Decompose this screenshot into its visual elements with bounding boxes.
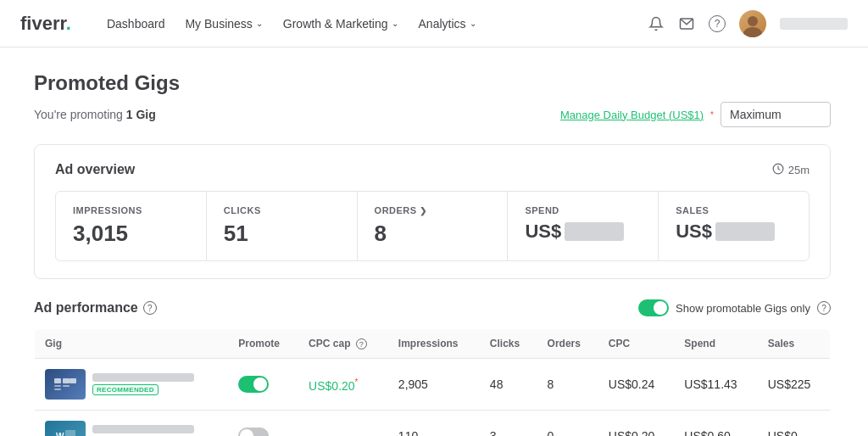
promotable-toggle[interactable]	[638, 299, 669, 316]
spend-cell: US$0.60	[674, 411, 757, 436]
blurred-amount	[565, 222, 624, 241]
section-header: Ad performance ? Show promotable Gigs on…	[34, 299, 831, 316]
stat-impressions: IMPRESSIONS 3,015	[56, 192, 207, 260]
cpc-cap-help-icon[interactable]: ?	[356, 338, 367, 349]
th-impressions: Impressions	[388, 329, 480, 359]
stat-value: 8	[375, 221, 491, 247]
stat-value-blurred: US$	[525, 221, 641, 243]
promote-cell	[228, 359, 298, 411]
stat-label: CLICKS	[224, 205, 340, 215]
cpc-cell: US$0.20	[598, 411, 675, 436]
stat-value: 3,015	[73, 221, 189, 247]
subtitle: You're promoting 1 Gig	[34, 108, 156, 121]
sales-cell: US$0	[758, 411, 831, 436]
chevron-down-icon: ⌄	[470, 19, 476, 28]
svg-rect-8	[63, 378, 70, 383]
gig-name-blur	[92, 425, 194, 433]
username-display	[780, 18, 848, 30]
svg-rect-13	[65, 430, 75, 436]
nav-link-dashboard[interactable]: Dashboard	[98, 12, 174, 36]
gig-name-blur	[92, 373, 194, 382]
th-cpc: CPC	[598, 329, 675, 359]
table-row: W RECOMMENDED -	[35, 411, 831, 436]
impressions-cell: 2,905	[388, 359, 480, 411]
svg-rect-7	[54, 388, 61, 390]
main-content: Promoted Gigs You're promoting 1 Gig Man…	[0, 48, 865, 436]
toggle-label: Show promotable Gigs only	[676, 302, 810, 315]
nav-right: ?	[648, 10, 848, 37]
svg-rect-5	[54, 378, 61, 383]
logo[interactable]: fiverr.	[20, 13, 71, 35]
navbar: fiverr. Dashboard My Business ⌄ Growth &…	[0, 0, 868, 48]
nav-link-analytics[interactable]: Analytics ⌄	[410, 12, 485, 36]
section-title: Ad performance ?	[34, 300, 157, 316]
stat-orders: ORDERS ❯ 8	[358, 192, 509, 260]
svg-text:W: W	[56, 432, 64, 436]
cpc-cap-cell: US$0.20*	[298, 359, 388, 411]
avatar[interactable]	[739, 10, 766, 37]
ad-overview-card: Ad overview 25m IMPRESSIONS 3,015 CLICKS…	[34, 144, 831, 279]
nav-link-mybusiness[interactable]: My Business ⌄	[176, 12, 270, 36]
svg-point-2	[743, 27, 762, 37]
impressions-cell: 110	[388, 411, 480, 436]
arrow-right-icon: ❯	[420, 206, 427, 215]
promote-toggle-on[interactable]	[238, 376, 269, 393]
cpc-cell: US$0.24	[598, 359, 675, 411]
table-row: RECOMMENDED US$0.20* 2,905 48 8	[35, 359, 831, 411]
cpc-cap-cell: -	[298, 411, 388, 436]
stat-label: IMPRESSIONS	[73, 205, 189, 215]
bell-icon[interactable]	[648, 15, 665, 32]
manage-budget-link[interactable]: Manage Daily Budget (US$1)	[560, 109, 704, 121]
svg-rect-9	[63, 385, 70, 387]
th-sales: Sales	[758, 329, 831, 359]
timer-value: 25m	[788, 164, 810, 176]
timer-display: 25m	[772, 163, 810, 177]
th-promote: Promote	[228, 329, 298, 359]
toggle-help-icon[interactable]: ?	[817, 301, 831, 315]
gig-thumbnail	[45, 369, 86, 400]
performance-table: Gig Promote CPC cap ? Impressions Clicks…	[34, 328, 831, 436]
stat-value: 51	[224, 221, 340, 247]
blurred-amount	[715, 222, 775, 241]
mail-icon[interactable]	[678, 15, 695, 32]
recommended-badge: RECOMMENDED	[92, 384, 159, 395]
card-header: Ad overview 25m	[55, 162, 810, 177]
page-title: Promoted Gigs	[34, 71, 831, 95]
gig-thumbnail: W	[45, 421, 86, 436]
spend-cell: US$11.43	[674, 359, 757, 411]
cpc-cap-link[interactable]: US$0.20	[309, 378, 354, 392]
gig-cell: W RECOMMENDED	[35, 411, 229, 436]
chevron-down-icon: ⌄	[392, 19, 398, 28]
ad-performance-section: Ad performance ? Show promotable Gigs on…	[34, 299, 831, 436]
svg-rect-4	[52, 374, 79, 394]
nav-links: Dashboard My Business ⌄ Growth & Marketi…	[98, 12, 648, 36]
toggle-knob	[654, 301, 667, 315]
clicks-cell: 48	[480, 359, 537, 411]
svg-rect-6	[54, 385, 61, 387]
chevron-down-icon: ⌄	[256, 19, 263, 28]
th-spend: Spend	[674, 329, 757, 359]
help-circle-icon[interactable]: ?	[143, 301, 157, 315]
toggle-knob	[253, 377, 267, 391]
gig-cell: RECOMMENDED	[35, 359, 229, 411]
th-clicks: Clicks	[480, 329, 537, 359]
orders-cell: 8	[537, 359, 598, 411]
stat-label: SALES	[676, 205, 792, 215]
stat-spend: SPEND US$	[508, 192, 659, 260]
promote-toggle-off[interactable]	[238, 428, 269, 436]
stat-value-blurred: US$	[676, 221, 792, 243]
subtitle-budget-row: You're promoting 1 Gig Manage Daily Budg…	[34, 102, 831, 127]
budget-controls: Manage Daily Budget (US$1)* Maximum	[560, 102, 831, 127]
help-icon[interactable]: ?	[709, 15, 726, 32]
stat-clicks: CLICKS 51	[207, 192, 358, 260]
asterisk: *	[710, 110, 714, 120]
stat-sales: SALES US$	[659, 192, 809, 260]
card-title: Ad overview	[55, 162, 135, 177]
th-cpc-cap: CPC cap ?	[298, 329, 388, 359]
nav-link-growth[interactable]: Growth & Marketing ⌄	[275, 12, 407, 36]
toggle-knob	[240, 429, 253, 436]
budget-select[interactable]: Maximum	[721, 102, 831, 127]
th-gig: Gig	[35, 329, 229, 359]
stats-row: IMPRESSIONS 3,015 CLICKS 51 ORDERS ❯ 8 S…	[55, 191, 810, 261]
stat-label: SPEND	[525, 205, 641, 215]
